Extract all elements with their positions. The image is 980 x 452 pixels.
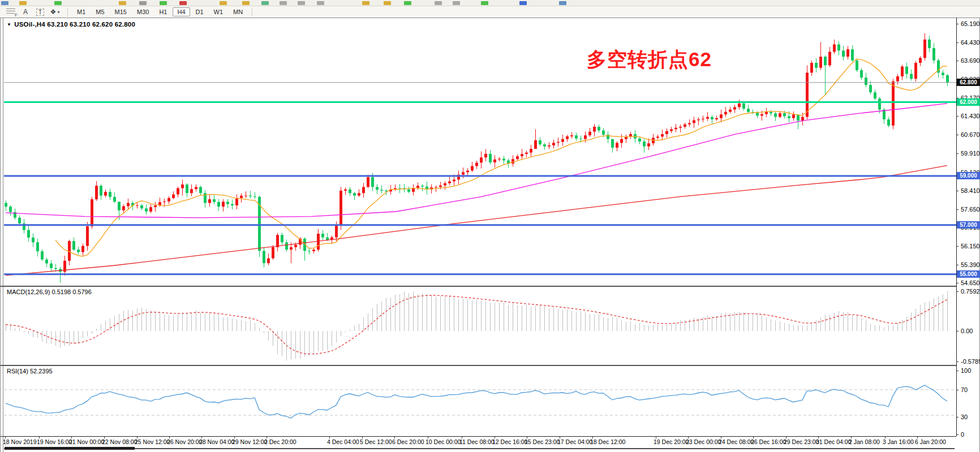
toolbar-icon-cropped[interactable] — [179, 1, 187, 5]
toolbar-separator — [252, 8, 252, 16]
price-tick — [956, 191, 958, 191]
toolbar-icon-cropped[interactable] — [404, 1, 411, 5]
toolbar-icon-cropped[interactable] — [519, 1, 527, 5]
time-axis-label[interactable]: 18 Nov 2019 — [3, 438, 37, 445]
timeframe-button-d1[interactable]: D1 — [191, 7, 208, 16]
time-axis-label[interactable]: 2 Dec 20:00 — [264, 438, 296, 445]
text-label-glyph: A — [23, 8, 28, 16]
price-axis-label: 63.690 — [961, 57, 980, 64]
time-axis-label[interactable]: 10 Dec 00:00 — [425, 438, 461, 445]
main-chart-plot[interactable] — [4, 18, 956, 286]
toolbar-icon-cropped[interactable] — [317, 1, 324, 5]
time-axis-label[interactable]: 26 Nov 20:00 — [167, 438, 202, 445]
timeframe-button-m15[interactable]: M15 — [110, 7, 131, 16]
timeframe-button-h1[interactable]: H1 — [154, 7, 171, 16]
price-axis-label: 56.150 — [961, 243, 980, 249]
toolbar-icon-cropped[interactable] — [242, 1, 250, 5]
time-axis-label[interactable]: 23 Dec 00:00 — [686, 438, 721, 445]
toolbar-top-cropped — [0, 0, 980, 6]
time-axis-label[interactable]: 4 Dec 04:00 — [327, 438, 359, 445]
time-axis-label[interactable]: 6 Jan 20:00 — [915, 438, 946, 445]
price-axis-label: 55.390 — [961, 261, 980, 268]
price-tick — [956, 61, 958, 61]
toolbar-icon-cropped[interactable] — [261, 1, 269, 5]
toolbar-icon-cropped[interactable] — [280, 1, 287, 5]
price-axis-label: 60.670 — [961, 131, 980, 138]
toolbar-icon-cropped[interactable] — [362, 1, 369, 5]
price-axis-label: 61.430 — [961, 113, 980, 119]
chevron-down-icon[interactable]: ▾ — [57, 10, 59, 15]
toolbar-icon-cropped[interactable] — [139, 1, 147, 5]
time-axis-label[interactable]: 29 Dec 23:00 — [784, 438, 819, 445]
toolbar-icon-cropped[interactable] — [160, 1, 167, 5]
timeframe-button-mn[interactable]: MN — [229, 7, 247, 16]
rsi-separator[interactable] — [1, 365, 956, 366]
time-axis-label[interactable]: 25 Nov 12:00 — [135, 438, 170, 445]
toolbar-icon-cropped[interactable] — [54, 1, 62, 5]
time-axis-label[interactable]: 21 Nov 00:00 — [69, 438, 104, 445]
price-tick — [956, 42, 958, 43]
fibonacci-icon[interactable]: F — [5, 7, 17, 16]
macd-plot[interactable] — [4, 287, 956, 365]
price-axis-label: 54.650 — [961, 279, 980, 286]
horizontal-scrollbar[interactable] — [4, 448, 955, 449]
toolbar-icon-cropped[interactable] — [435, 1, 442, 5]
price-axis-label: 64.430 — [961, 39, 980, 46]
macd-axis-label: 0.7592 — [961, 288, 980, 295]
toolbar-icon-cropped[interactable] — [19, 1, 27, 5]
time-axis-label[interactable]: 19 Dec 20:00 — [654, 438, 689, 445]
timeframe-button-h4[interactable]: H4 — [173, 7, 190, 16]
rsi-axis-label: 100 — [961, 367, 971, 374]
time-axis-label[interactable]: 5 Dec 12:00 — [360, 438, 392, 445]
time-axis-label[interactable]: 12 Dec 16:00 — [492, 438, 527, 445]
price-badge: 57.000 — [957, 221, 980, 229]
toolbar-icon-cropped[interactable] — [559, 1, 566, 5]
time-axis-label[interactable]: 6 Dec 20:00 — [392, 438, 424, 445]
toolbar-icon-cropped[interactable] — [119, 1, 126, 5]
rsi-axis-label: 0 — [961, 431, 964, 438]
timeframe-button-m1[interactable]: M1 — [72, 7, 90, 16]
time-axis-label[interactable]: 15 Dec 23:00 — [525, 438, 560, 445]
time-axis-label[interactable]: 19 Nov 16:00 — [37, 438, 72, 445]
time-axis-label[interactable]: 24 Dec 08:00 — [719, 438, 754, 445]
toolbar-icon-cropped[interactable] — [481, 1, 488, 5]
macd-separator[interactable] — [1, 286, 956, 287]
toolbar-icon-cropped[interactable] — [220, 1, 227, 5]
scrollbar-thumb[interactable] — [5, 447, 135, 450]
time-axis-label[interactable]: 17 Dec 04:00 — [557, 438, 592, 445]
shapes-icon[interactable]: ❖▾ — [49, 7, 61, 16]
rsi-plot[interactable] — [4, 366, 956, 436]
annotation-text[interactable]: 多空转折点62 — [587, 46, 712, 73]
time-axis-label[interactable]: 28 Nov 04:00 — [199, 438, 234, 445]
time-axis-label[interactable]: 31 Dec 04:00 — [816, 438, 851, 445]
time-axis-label[interactable]: 11 Dec 08:00 — [459, 438, 495, 445]
timeframe-button-w1[interactable]: W1 — [209, 7, 228, 16]
price-tick — [956, 209, 958, 210]
time-axis-label[interactable]: 18 Dec 12:00 — [590, 438, 625, 445]
toolbar-icon-cropped[interactable] — [298, 1, 305, 5]
text-label-icon[interactable]: A — [19, 7, 32, 16]
time-axis-label[interactable]: 26 Dec 16:00 — [751, 438, 786, 445]
price-tick — [956, 24, 958, 24]
toolbar-icon-cropped[interactable] — [1, 1, 8, 5]
rsi-tick — [956, 371, 958, 371]
timeframe-button-m5[interactable]: M5 — [91, 7, 109, 16]
toolbar-icon-cropped[interactable] — [453, 1, 460, 5]
macd-tick — [956, 361, 958, 362]
time-axis-label[interactable]: 2 Jan 08:00 — [849, 438, 880, 445]
time-axis-label[interactable]: 3 Jan 16:00 — [883, 438, 914, 445]
chart-title-caret-icon[interactable]: ▼ — [7, 22, 11, 27]
text-box-icon[interactable]: T — [34, 7, 46, 16]
time-axis-label[interactable]: 22 Nov 08:00 — [102, 438, 137, 445]
price-axis-label: 65.190 — [961, 20, 980, 27]
timeframe-bar: M1M5M15M30H1H4D1W1MN — [72, 7, 248, 16]
window-left-border — [0, 18, 1, 452]
rsi-tick — [956, 390, 958, 390]
timeframe-button-m30[interactable]: M30 — [132, 7, 153, 16]
toolbar-icon-cropped[interactable] — [384, 1, 391, 5]
toolbar-periods: F A T ❖▾ M1M5M15M30H1H4D1W1MN — [0, 6, 980, 18]
macd-axis-label: -0.5785 — [961, 358, 980, 365]
time-axis-label[interactable]: 29 Nov 12:00 — [232, 438, 267, 445]
rsi-tick — [956, 434, 958, 435]
price-tick — [956, 283, 958, 283]
